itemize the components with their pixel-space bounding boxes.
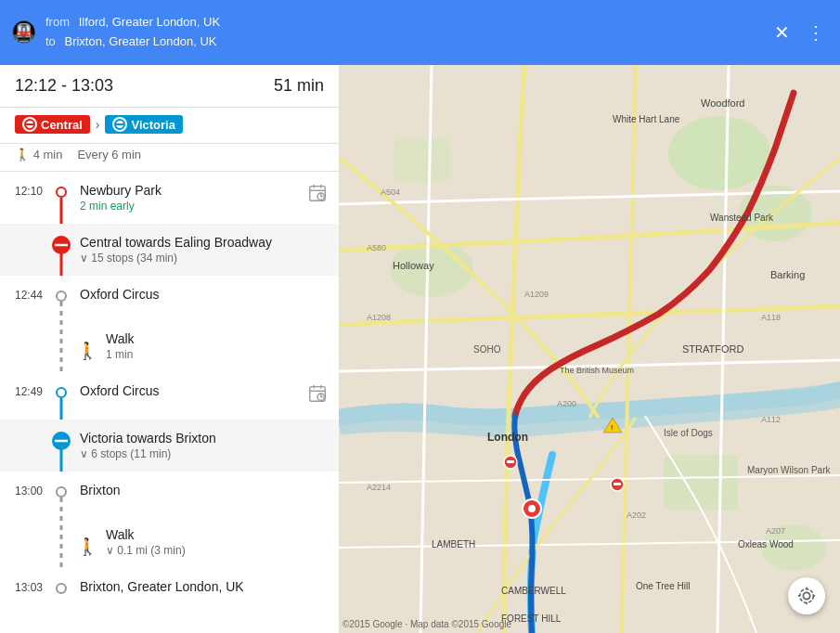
duration: 51 min — [274, 76, 324, 96]
walk-icon: 🚶 4 min — [15, 148, 62, 161]
tl-content-brixton-stop: Brixton — [74, 472, 339, 516]
timeline: 12:10 Newbury Park 2 min early — [0, 172, 339, 613]
from-value: Ilford, Greater London, UK — [79, 15, 220, 29]
svg-text:London: London — [487, 431, 528, 444]
tl-line-blue-1 — [60, 398, 63, 420]
tl-connector-8 — [48, 516, 74, 568]
tl-content-walk1: Walk 1 min — [100, 320, 339, 372]
svg-text:A207: A207 — [766, 526, 785, 536]
line-separator: › — [96, 117, 100, 132]
tl-connector-4 — [48, 320, 74, 372]
transit-icon: 🚇 — [11, 20, 36, 45]
svg-text:A112: A112 — [761, 415, 781, 424]
svg-text:Woodford: Woodford — [701, 97, 745, 109]
from-label: from — [45, 15, 70, 29]
tl-dot-gray-3 — [56, 583, 67, 594]
central-line-badge: Central — [15, 115, 90, 134]
tl-victoria-transit: Victoria towards Brixton ∨ 6 stops (11 m… — [0, 420, 339, 472]
tl-title-brixton-final: Brixton, Greater London, UK — [80, 579, 244, 594]
more-button[interactable]: ⋮ — [803, 18, 829, 47]
svg-rect-57 — [507, 460, 514, 463]
close-button[interactable]: ✕ — [770, 18, 794, 47]
svg-point-30 — [528, 505, 536, 512]
tl-connector-6 — [48, 420, 74, 472]
map-svg: Woodford White Hart Lane Barking Wanstea… — [339, 65, 840, 633]
tl-line-red-1 — [60, 198, 63, 224]
tl-subtitle-victoria: ∨ 6 stops (11 min) — [80, 447, 216, 460]
walk-info: 🚶 4 min Every 6 min — [0, 144, 339, 172]
directions-panel: 12:12 - 13:03 51 min Central › — [0, 65, 339, 633]
tl-line-dashed-4 — [60, 516, 63, 568]
central-circle — [22, 117, 37, 132]
svg-text:A1209: A1209 — [524, 290, 549, 299]
svg-text:A202: A202 — [627, 510, 646, 520]
svg-text:A1208: A1208 — [367, 313, 391, 322]
tl-brixton-stop: 13:00 Brixton — [0, 472, 339, 516]
tl-oxford-2: 12:49 Oxford Circus — [0, 372, 339, 420]
header: 🚇 from Ilford, Greater London, UK to Bri… — [0, 0, 840, 65]
location-button[interactable] — [788, 577, 825, 614]
time-range: 12:12 - 13:03 — [15, 76, 113, 96]
tl-time-1244: 12:44 — [0, 276, 48, 320]
tl-subtitle-walk2: ∨ 0.1 mi (3 min) — [106, 544, 186, 557]
tl-content-oxford1: Oxford Circus — [74, 276, 339, 320]
tl-time-empty-1 — [0, 224, 48, 276]
svg-text:A504: A504 — [381, 187, 400, 197]
tube-icon-victoria — [52, 432, 71, 450]
tl-title-walk2: Walk — [106, 527, 186, 542]
svg-text:A200: A200 — [557, 399, 576, 408]
tl-connector-3 — [48, 276, 74, 320]
svg-text:A118: A118 — [761, 313, 781, 322]
tl-content-oxford2: Oxford Circus — [74, 372, 307, 420]
tl-title-central: Central towards Ealing Broadway — [80, 235, 272, 250]
svg-text:Wanstead Park: Wanstead Park — [710, 213, 774, 223]
tl-line-dashed-2 — [60, 320, 63, 372]
schedule-icon-2[interactable] — [307, 372, 339, 420]
svg-point-63 — [803, 592, 809, 599]
tl-time-empty-3 — [0, 420, 48, 472]
victoria-line-badge: Victoria — [105, 115, 182, 134]
map-area[interactable]: Woodford White Hart Lane Barking Wanstea… — [339, 65, 840, 633]
tl-walk-1: 🚶 Walk 1 min — [0, 320, 339, 372]
svg-text:A580: A580 — [367, 243, 386, 252]
svg-text:Oxleas Wood: Oxleas Wood — [738, 539, 794, 549]
tl-dot-gray-2 — [56, 486, 67, 497]
tl-title-oxford2: Oxford Circus — [80, 383, 160, 398]
svg-text:SOHO: SOHO — [473, 344, 501, 355]
svg-text:!: ! — [611, 424, 613, 431]
svg-text:LAMBETH: LAMBETH — [432, 539, 475, 549]
tl-connector-5 — [48, 372, 74, 420]
svg-text:CAMBERWELL: CAMBERWELL — [501, 586, 566, 596]
tl-time-1210: 12:10 — [0, 172, 48, 224]
svg-text:White Hart Lane: White Hart Lane — [613, 114, 680, 124]
svg-text:Barking: Barking — [770, 269, 805, 280]
svg-point-64 — [800, 589, 814, 603]
tl-time-empty-2 — [0, 320, 48, 372]
victoria-line-label: Victoria — [131, 118, 174, 132]
svg-text:Holloway: Holloway — [393, 260, 434, 271]
tl-content-brixton-final: Brixton, Greater London, UK — [74, 568, 339, 613]
tl-dot-blue-1 — [56, 387, 67, 398]
tl-subtitle-central: ∨ 15 stops (34 min) — [80, 252, 272, 265]
tl-title-walk1: Walk — [106, 331, 135, 346]
svg-text:Isle of Dogs: Isle of Dogs — [664, 428, 713, 438]
tl-title-victoria: Victoria towards Brixton — [80, 431, 216, 446]
tl-title-oxford1: Oxford Circus — [80, 287, 160, 302]
schedule-icon-1[interactable] — [307, 172, 339, 224]
tl-subtitle-walk1: 1 min — [106, 348, 135, 361]
tl-title-newbury: Newbury Park — [80, 183, 162, 198]
tube-icon-central — [52, 236, 71, 254]
svg-text:Maryon Wilson Park: Maryon Wilson Park — [747, 465, 831, 475]
tl-dot-gray-1 — [56, 291, 67, 302]
walk-icon-1: 🚶 — [74, 320, 100, 372]
central-line-label: Central — [41, 118, 83, 132]
route-info: from Ilford, Greater London, UK to Brixt… — [45, 13, 761, 52]
map-copyright: ©2015 Google · Map data ©2015 Google — [342, 619, 511, 629]
tl-walk-2: 🚶 Walk ∨ 0.1 mi (3 min) — [0, 516, 339, 568]
tl-line-dashed-3 — [60, 497, 63, 516]
tl-connector-7 — [48, 472, 74, 516]
frequency: Every 6 min — [77, 148, 141, 161]
tl-dot-red-1 — [56, 187, 67, 198]
tl-early-newbury: 2 min early — [80, 200, 162, 213]
to-value: Brixton, Greater London, UK — [64, 34, 216, 48]
